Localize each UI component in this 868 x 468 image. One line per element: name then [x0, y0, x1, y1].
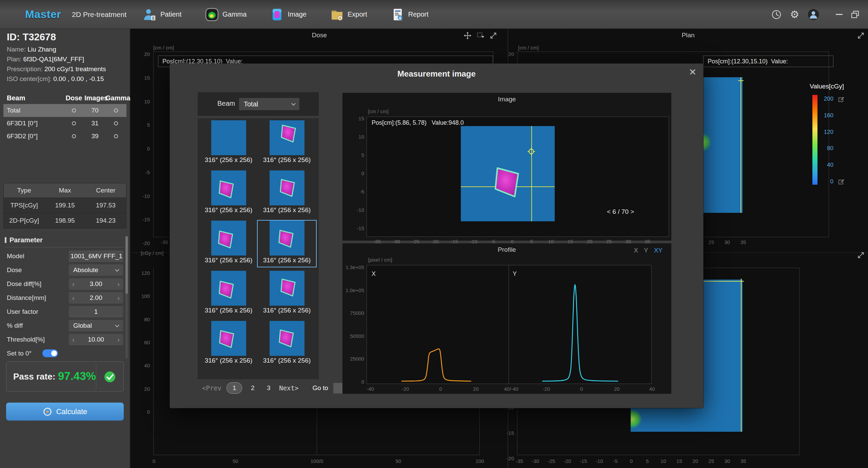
- report-icon: [391, 8, 405, 21]
- axis-tick: 120: [141, 270, 150, 276]
- next-page-button[interactable]: Next>: [279, 384, 298, 392]
- patient-info: Name: Liu Zhang Plan: 6f3D-QA1[6MV_FFF] …: [7, 44, 125, 84]
- beam-name: 6F3D1 [0°]: [3, 120, 63, 127]
- axis-tick: 15: [144, 75, 150, 81]
- profile-tab-y[interactable]: Y: [644, 247, 648, 254]
- image-axis-unit: [cm / cm]: [368, 108, 389, 114]
- user-avatar[interactable]: [807, 8, 820, 21]
- marquee-select-icon[interactable]: [477, 32, 484, 39]
- page-3-button[interactable]: 3: [263, 383, 274, 393]
- gamma-icon: [205, 8, 219, 21]
- measurement-thumbnail[interactable]: 316° (256 x 256): [258, 271, 316, 317]
- axis-tick: 0: [433, 386, 449, 392]
- toolbar-export-button[interactable]: Export: [330, 8, 367, 21]
- beam-row-total[interactable]: Total70: [3, 104, 126, 117]
- axis-tick: 5: [639, 458, 655, 464]
- col-max: Max: [44, 187, 85, 194]
- beam-row-6f3d2-0[interactable]: 6F3D2 [0°]39: [3, 130, 126, 143]
- axis-tick: -20: [559, 458, 575, 464]
- info-label: Name:: [7, 46, 26, 53]
- measurement-thumbnail[interactable]: 316° (256 x 256): [199, 170, 258, 217]
- diff-select[interactable]: Global: [69, 320, 123, 331]
- beam-images-count: 39: [84, 133, 105, 140]
- dose-select[interactable]: Absolute: [69, 264, 123, 276]
- profile-curve-x: [402, 349, 471, 381]
- stats-row-tps-cgy: TPS[cGy]199.15197.53: [4, 198, 126, 213]
- measurement-thumbnail[interactable]: 316° (256 x 256): [199, 120, 258, 166]
- set-to-0-toggle[interactable]: [42, 349, 58, 357]
- dose-diff-stepper[interactable]: ‹3.00›: [69, 278, 123, 290]
- param-label: Dose diff[%]: [7, 280, 41, 288]
- gamma-status-icon: [105, 120, 126, 127]
- stepper-increment[interactable]: ›: [114, 294, 123, 302]
- axis-tick: -15: [142, 217, 150, 223]
- edit-min-icon[interactable]: [838, 179, 844, 185]
- axis-tick: -5: [145, 169, 150, 176]
- settings-gear-icon[interactable]: ⚙: [790, 8, 799, 20]
- beam-image: [270, 221, 304, 256]
- toolbar-patient-button[interactable]: Patient: [143, 8, 181, 21]
- axis-tick: 60: [144, 340, 150, 346]
- beam-filter-select[interactable]: Total: [239, 98, 299, 110]
- dialog-title: Measurement image: [170, 69, 703, 79]
- stat-value: 2D-P[cGy]: [4, 217, 44, 224]
- expand-icon[interactable]: [857, 251, 865, 259]
- param-label: Threshold[%]: [7, 336, 45, 343]
- distance-mm-stepper[interactable]: ‹2.00›: [69, 292, 123, 304]
- probe-marker: [527, 147, 535, 156]
- stepper-decrement[interactable]: ‹: [69, 294, 78, 302]
- edit-max-icon[interactable]: [838, 96, 844, 102]
- measurement-thumbnail[interactable]: 316° (256 x 256): [199, 271, 258, 317]
- thumbnail-caption: 316° (256 x 256): [199, 206, 258, 214]
- profile-tab-x[interactable]: X: [634, 247, 638, 254]
- user-factor-input[interactable]: 1: [69, 306, 123, 318]
- stepper-decrement[interactable]: ‹: [69, 280, 78, 288]
- minimize-button[interactable]: [836, 14, 843, 15]
- beam-row-6f3d1-0[interactable]: 6F3D1 [0°]31: [3, 117, 126, 130]
- stepper-decrement[interactable]: ‹: [69, 335, 78, 344]
- beam-filter-value: Total: [239, 100, 292, 108]
- divider: [96, 364, 96, 389]
- measurement-thumbnail[interactable]: 316° (256 x 256): [199, 321, 258, 367]
- model-input[interactable]: 1001_6MV FFF_1: [69, 250, 123, 262]
- axis-tick: 30: [719, 239, 735, 245]
- dose-status-icon: [63, 107, 84, 114]
- axis-tick: 0: [624, 458, 639, 464]
- restore-window-button[interactable]: [851, 10, 860, 19]
- toolbar-image-button[interactable]: Image: [270, 8, 307, 21]
- axis-tick: -20: [398, 386, 413, 392]
- image-pager[interactable]: < 6 / 70 >: [607, 208, 634, 216]
- toggle-knob: [51, 350, 57, 356]
- stepper-increment[interactable]: ›: [114, 335, 123, 344]
- measurement-thumbnail[interactable]: 316° (256 x 256): [258, 321, 316, 367]
- move-icon[interactable]: [464, 32, 471, 39]
- page-1-button[interactable]: 1: [226, 382, 242, 394]
- expand-icon[interactable]: [857, 32, 865, 39]
- profile-tab-xy[interactable]: XY: [654, 247, 663, 254]
- profile-y-axis: 1.3e+051.0e+057500050000250000: [349, 264, 364, 385]
- prev-page-button[interactable]: <Prev: [202, 384, 221, 392]
- close-icon[interactable]: ✕: [689, 67, 696, 77]
- stat-value: 198.95: [44, 217, 85, 224]
- thumbnail-caption: 316° (256 x 256): [258, 156, 316, 164]
- toolbar-gamma-button[interactable]: Gamma: [205, 8, 246, 21]
- main-toolbar: PatientGammaImageExportReport: [143, 0, 429, 29]
- beam-image: [211, 271, 246, 306]
- colorbar: [812, 95, 817, 185]
- measurement-thumbnail[interactable]: 316° (256 x 256): [199, 221, 258, 267]
- threshold-stepper[interactable]: ‹10.00›: [69, 334, 123, 345]
- axis-tick: 0: [830, 179, 833, 185]
- measurement-thumbnail[interactable]: 316° (256 x 256): [258, 170, 316, 217]
- colorbar-title: Values[cGy]: [810, 83, 844, 90]
- stepper-increment[interactable]: ›: [114, 280, 123, 288]
- toolbar-report-button[interactable]: Report: [391, 8, 429, 21]
- expand-icon[interactable]: [490, 32, 497, 39]
- measurement-thumbnail-selected[interactable]: 316° (256 x 256): [258, 221, 316, 267]
- axis-tick: -40: [362, 386, 378, 392]
- dose-panel-tools: [464, 32, 497, 39]
- page-2-button[interactable]: 2: [247, 383, 258, 393]
- history-clock-icon[interactable]: [771, 9, 782, 20]
- measurement-thumbnail[interactable]: 316° (256 x 256): [258, 120, 316, 166]
- calculate-button[interactable]: Calculate: [6, 403, 124, 421]
- parameter-scrollbar[interactable]: [125, 236, 128, 358]
